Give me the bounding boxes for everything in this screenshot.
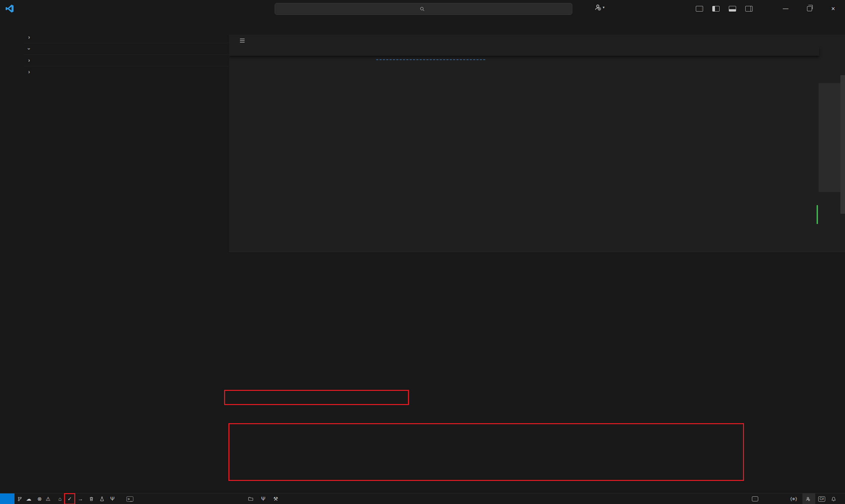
csharp-item[interactable]: C# [815, 493, 828, 504]
status-bar: ☁ ⊗ ⚠ ⌂ ✓ → Ψ >_ Ψ ⚒ ·· {⊗} [0, 493, 845, 504]
chevron-down-icon: ▾ [603, 5, 605, 10]
braces-icon: {⊗} [790, 497, 797, 501]
vscode-logo-icon [5, 4, 14, 13]
sync-cloud-icon: ☁ [26, 496, 31, 502]
bottom-panel [229, 252, 845, 493]
language-mode-item[interactable]: {⊗} [787, 493, 803, 504]
vscode-window: ▾ :: — × › › › [0, 0, 845, 504]
toggle-sidebar-icon[interactable] [712, 6, 720, 12]
no-solution-item[interactable] [118, 493, 123, 504]
toggle-secondary-sidebar-icon[interactable] [745, 6, 753, 12]
trae-item[interactable]: ·· [749, 493, 763, 504]
csharp-icon: C# [818, 497, 825, 502]
home-icon: ⌂ [58, 496, 62, 502]
minimap[interactable] [818, 75, 840, 227]
account-icon [594, 4, 601, 11]
pio-env-selector[interactable] [245, 493, 258, 504]
indentation-item[interactable] [769, 493, 775, 504]
account-icon [805, 497, 810, 501]
trash-icon [89, 497, 94, 501]
command-center-search[interactable] [275, 3, 573, 15]
check-icon: ✓ [67, 496, 72, 502]
notifications-item[interactable] [828, 493, 839, 504]
ini-file-icon [239, 39, 246, 42]
plug-icon: Ψ [110, 496, 115, 502]
pio-port-auto[interactable]: Ψ [258, 493, 270, 504]
code-editor[interactable] [229, 46, 845, 252]
pio-test-button[interactable] [97, 493, 107, 504]
sticky-scroll-line [229, 46, 819, 56]
search-icon [420, 6, 425, 12]
tab-strip [229, 17, 845, 35]
pio-clean-button[interactable] [86, 493, 97, 504]
activity-bar [0, 17, 24, 493]
customize-layout-icon[interactable]: :: [696, 6, 703, 12]
close-button[interactable]: × [821, 0, 845, 17]
project-root-section[interactable]: › [24, 43, 229, 54]
open-editors-section[interactable]: › [24, 32, 229, 43]
encoding-item[interactable] [775, 493, 781, 504]
toggle-panel-icon[interactable] [729, 6, 736, 12]
eol-item[interactable] [781, 493, 787, 504]
tools-icon: ⚒ [273, 496, 278, 502]
title-account-button[interactable]: ▾ [594, 4, 605, 11]
plug-icon: Ψ [261, 496, 265, 502]
title-bar: ▾ :: — × [0, 0, 845, 17]
pio-build-button[interactable]: ✓ [64, 493, 75, 504]
editor-scrollbar[interactable] [840, 75, 845, 214]
warning-icon: ⚠ [46, 496, 50, 502]
pio-upload-button[interactable]: → [75, 493, 86, 504]
cursor-position-item[interactable] [763, 493, 769, 504]
timeline-section[interactable]: › [24, 54, 229, 66]
signout-item[interactable] [803, 493, 815, 504]
arm-tools-item[interactable]: ⚒ [270, 493, 283, 504]
trae-icon: ·· [752, 497, 758, 501]
terminal-status-button[interactable]: >_ [123, 493, 136, 504]
minimap-highlight [816, 205, 818, 224]
minimize-button[interactable]: — [774, 0, 797, 17]
arrow-right-icon: → [78, 496, 83, 502]
pio-home-button[interactable]: ⌂ [55, 493, 65, 504]
restore-button[interactable] [797, 0, 821, 17]
folder-icon [248, 497, 253, 501]
git-branch-item[interactable]: ☁ [15, 493, 34, 504]
branch-icon [17, 497, 22, 502]
problems-item[interactable]: ⊗ ⚠ [34, 493, 55, 504]
serial-monitor-button[interactable]: Ψ [107, 493, 118, 504]
error-icon: ⊗ [37, 496, 41, 502]
terminal-output[interactable] [231, 266, 746, 490]
remote-indicator[interactable] [0, 493, 15, 504]
panel-tab-bar [229, 252, 845, 266]
bell-icon [831, 497, 836, 502]
terminal-icon: >_ [126, 497, 133, 502]
explorer-sidebar: › › › › [24, 17, 229, 493]
editor-group [229, 17, 845, 252]
search-results-section[interactable]: › [24, 66, 229, 77]
beaker-icon [100, 497, 104, 501]
breadcrumb[interactable] [229, 35, 845, 46]
